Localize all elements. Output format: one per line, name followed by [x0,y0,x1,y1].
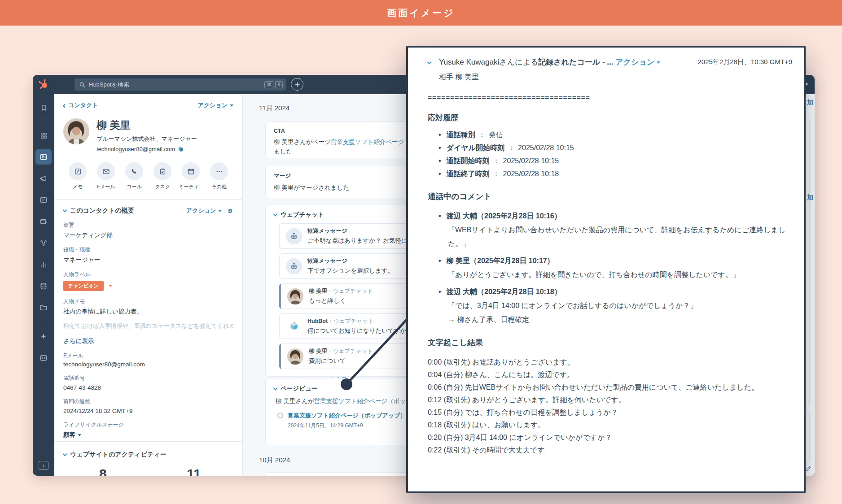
contact-name: 柳 美里 [96,118,197,132]
call-title: 記録されたコール - ... [538,58,613,66]
overview-section-header[interactable]: このコンタクトの概要 [63,207,134,215]
gear-icon[interactable] [227,208,233,214]
sidebar-item-commerce[interactable] [33,214,54,229]
sidebar-item-automations[interactable] [33,235,54,251]
history-item: 通話種別発信 [439,128,792,141]
shortcut-cmd-key: ⌘ [264,81,273,88]
search-placeholder: HubSpotを検索 [89,81,263,89]
divider [54,199,242,200]
transcript-line: 0:15 (自分) では、打ち合わせの日程を調整しましょうか？ [428,406,792,419]
call-record-callout: Yusuke Kuwagakiさんによる記録されたコール - ... アクション… [406,46,806,493]
back-to-contacts-link[interactable]: コンタクト [63,101,98,109]
field-value-last-contact: 2024/12/24 18:32 GMT+9 [63,408,233,414]
top-banner: 画面イメージ [0,0,842,26]
sidebar-item-content[interactable] [33,192,54,208]
sidebar-item-bookmarks[interactable] [33,100,54,115]
meeting-button[interactable]: ミーティ... [180,162,201,190]
task-button[interactable]: タスク [152,162,173,190]
ellipsis-icon [215,168,223,175]
chevron-down-icon [63,452,67,456]
note-button[interactable]: メモ [67,162,88,190]
timeline-month-header: 11月 2024 [259,104,289,113]
divider-equals: ==================================== [428,94,792,102]
sidebar-item-developer[interactable] [33,350,54,365]
field-value-email: technologyuser80@gmail.com [63,361,233,368]
timeline-month-header: 10月 2024 [259,456,290,465]
field-value-memo: 社内の事情に詳しい協力者。 [63,308,233,316]
caret-down-icon[interactable] [109,285,112,287]
chevron-down-icon [273,212,278,216]
field-label: 人物メモ [63,298,233,305]
contact-email[interactable]: technologyuser80@gmail.com [96,146,175,152]
contact-panel: コンタクト アクション 柳 美里 ブルーマシン株式会社、マネージャー techn… [54,94,242,476]
plus-icon [294,82,300,87]
sidebar-item-reporting[interactable] [33,257,54,272]
collapse-chevron-icon[interactable] [427,60,432,65]
persona-badge[interactable]: チャンピオン [63,281,104,291]
task-icon [159,168,167,175]
show-more-link[interactable]: さらに表示 [63,337,233,345]
add-link[interactable]: 加 [807,99,813,107]
field-value-dept: マーケティング部 [63,231,233,239]
sidebar-expand-button[interactable]: › [39,461,48,470]
search-icon [79,82,85,88]
transcript-line: 0:20 (自分) 3月4日 14:00 にオンラインでいかがですか？ [428,431,792,444]
add-link[interactable]: 加 [807,194,813,202]
sidebar-item-marketing[interactable] [33,171,54,186]
sidebar-item-contacts[interactable] [35,149,52,165]
shortcut-k-key: K [275,81,283,88]
call-button[interactable]: コール [124,162,145,190]
sidebar-item-workspace[interactable] [33,128,54,143]
phone-icon [131,168,138,175]
sidebar-divider [39,320,48,320]
hubspot-logo-icon[interactable] [37,78,50,91]
field-label: 前回の連絡 [63,398,233,405]
edit-pencil-icon[interactable] [805,465,811,472]
email-icon [102,168,110,175]
field-value-lifecycle[interactable]: 顧客 [63,431,75,438]
calendar-icon [187,168,195,175]
memo-hint: 抑えておけば人事情報や、稟議のステータスなどを教えてくれる。 [63,322,233,330]
transcript-section-title: 文字起こし結果 [428,337,792,348]
contact-actions-dropdown[interactable]: アクション [197,101,233,109]
call-author: Yusuke Kuwagakiさんによる [439,58,538,66]
transcript: 0:00 (取引先) お電話ありがとうございます。 0:04 (自分) 柳さん、… [428,356,792,456]
contact-avatar [63,118,89,144]
history-section-title: 応対履歴 [428,113,792,123]
transcript-line: 0:18 (取引先) はい、お願いします。 [428,419,792,431]
comment-item: 渡辺 大輔（2025年2月28日 10:18） 「では、3月4日 14:00 に… [439,285,792,326]
bot-icon [286,228,302,244]
caret-down-icon[interactable] [78,434,81,436]
overview-actions-dropdown[interactable]: アクション [186,207,233,215]
comments-list: 渡辺 大輔（2025年2月28日 10:16） 「WEBサイトよりお問い合わせい… [439,209,792,326]
sidebar-item-data[interactable] [33,278,54,294]
sidebar-item-library[interactable] [33,300,54,315]
add-button[interactable] [291,78,303,91]
transcript-line: 0:12 (取引先) ありがとうございます。詳細を伺いたいです。 [428,394,792,406]
field-label: 電話番号 [63,374,233,382]
bot-icon [286,258,302,274]
transcript-line: 0:06 (自分) 先日WEBサイトからお問い合わせいただいた製品の費用について… [428,381,792,394]
call-target: 相手 柳 美里 [439,71,660,83]
sidebar-item-navigator[interactable] [33,329,54,344]
history-list: 通話種別発信 ダイヤル開始時刻2025/02/28 10:15 通話開始時刻20… [439,128,792,180]
quick-actions: メモ Eメール コール タスク ミーティ... [63,162,233,190]
field-label: 役職・職種 [63,246,233,254]
sidebar-divider [39,118,48,118]
more-button[interactable]: その他 [209,162,229,190]
divider [54,441,242,442]
contact-avatar [287,288,303,304]
field-value-role: マネージャー [63,256,233,264]
email-button[interactable]: Eメール [96,162,116,190]
website-activity-header[interactable]: ウェブサイトのアクティビティー [63,451,167,459]
copy-icon[interactable] [178,146,184,152]
call-actions-dropdown[interactable]: アクション [615,58,660,66]
banner-title: 画面イメージ [387,7,455,19]
history-item: 通話終了時刻2025/02/28 10:18 [439,167,792,180]
comment-item: 渡辺 大輔（2025年2月28日 10:16） 「WEBサイトよりお問い合わせい… [439,209,792,251]
search-input[interactable]: HubSpotを検索 ⌘ K [75,78,286,91]
field-label: 部署 [63,222,233,229]
history-item: 通話開始時刻2025/02/28 10:15 [439,154,792,167]
caret-down-icon [230,104,233,107]
comment-item: 柳 美里（2025年2月28日 10:17） 「ありがとうございます。詳細を聞き… [439,254,792,282]
